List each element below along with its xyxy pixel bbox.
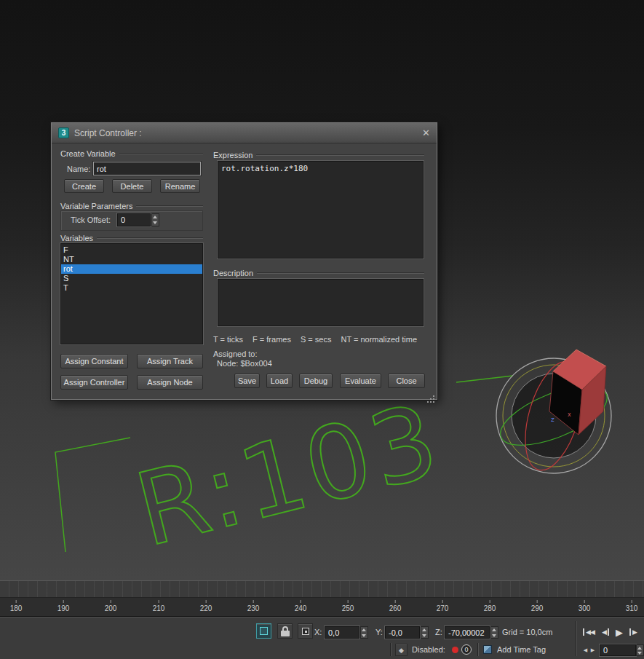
description-group: Description xyxy=(213,269,424,277)
spinner-down-icon[interactable] xyxy=(152,220,159,226)
y-spinner[interactable] xyxy=(421,626,429,639)
create-button[interactable]: Create xyxy=(64,179,104,193)
ruler-tick: 220 xyxy=(200,600,212,612)
arrow-right-icon[interactable]: ▶ xyxy=(589,645,596,655)
spinner-up-icon[interactable] xyxy=(421,627,428,633)
expression-editor[interactable]: rot.rotation.z*180 xyxy=(218,161,424,259)
script-controller-dialog: 3 Script Controller : ✕ Create Variable … xyxy=(51,122,437,400)
save-button[interactable]: Save xyxy=(234,374,260,388)
previous-frame-icon[interactable]: ◀ xyxy=(600,625,611,639)
dialog-body: Create Variable Name: Create Delete Rena… xyxy=(52,143,437,399)
next-frame-icon[interactable]: ▶ xyxy=(627,625,639,639)
spinner-down-icon[interactable] xyxy=(361,633,367,639)
ruler-tick: 290 xyxy=(531,600,544,612)
selection-region-glyph xyxy=(260,627,268,635)
frame-spinner[interactable] xyxy=(636,644,644,656)
spinner-up-icon[interactable] xyxy=(637,645,643,650)
padlock-icon xyxy=(281,626,290,636)
track-bar[interactable]: 180 190 200 210 220 230 240 250 260 270 … xyxy=(0,580,644,616)
variables-list[interactable]: F NT rot S T xyxy=(60,243,203,344)
assign-node-button[interactable]: Assign Node xyxy=(137,375,203,390)
ruler-tick: 250 xyxy=(342,600,354,612)
absolute-mode-icon[interactable] xyxy=(298,623,313,639)
assign-controller-button[interactable]: Assign Controller xyxy=(60,375,128,390)
x-spinner[interactable] xyxy=(360,626,368,639)
rotation-readout: R:103 xyxy=(125,382,451,569)
spinner-up-icon[interactable] xyxy=(491,627,498,633)
time-tag-cube-icon xyxy=(483,645,492,654)
resize-grip[interactable] xyxy=(426,389,434,397)
status-bar: X: Y: Z: Grid = 10,0cm ◀◀ ◀ ▶ ▶ ◆ Disabl… xyxy=(0,616,644,659)
key-count-badge[interactable]: 0 xyxy=(461,644,472,655)
close-button[interactable]: Close xyxy=(388,374,425,388)
max-logo-icon: 3 xyxy=(58,127,69,138)
x-coordinate-input[interactable] xyxy=(325,626,359,639)
play-icon[interactable]: ▶ xyxy=(613,625,626,639)
legend-ticks: T = ticks xyxy=(213,335,243,344)
y-label: Y: xyxy=(375,628,383,636)
variable-name-input[interactable] xyxy=(93,162,201,175)
selection-region-icon[interactable] xyxy=(256,623,271,639)
ruler-tick: 200 xyxy=(105,600,117,612)
create-variable-label: Create Variable xyxy=(60,149,116,158)
frame-number-input[interactable] xyxy=(600,644,636,656)
spinner-up-icon[interactable] xyxy=(152,214,159,220)
delete-button[interactable]: Delete xyxy=(112,179,152,193)
y-coordinate-input[interactable] xyxy=(385,626,420,639)
ruler-tick: 210 xyxy=(153,600,165,612)
variable-item[interactable]: F xyxy=(61,245,202,255)
dialog-titlebar[interactable]: 3 Script Controller : ✕ xyxy=(52,123,437,143)
add-time-tag[interactable]: Add Time Tag xyxy=(497,645,546,654)
variables-group: Variables xyxy=(60,234,203,242)
description-editor[interactable] xyxy=(218,279,424,326)
close-icon[interactable]: ✕ xyxy=(422,127,430,138)
ruler-tick: 270 xyxy=(437,600,449,612)
assigned-node: Node: $Box004 xyxy=(217,359,272,368)
time-ruler[interactable]: 180 190 200 210 220 230 240 250 260 270 … xyxy=(0,598,644,616)
evaluate-button[interactable]: Evaluate xyxy=(340,374,381,388)
ruler-tick: 310 xyxy=(626,600,638,612)
legend: T = ticks F = frames S = secs NT = norma… xyxy=(213,335,426,344)
tick-offset-spinner[interactable] xyxy=(151,213,159,226)
z-coordinate-input[interactable] xyxy=(445,626,490,639)
go-to-start-icon[interactable]: ◀◀ xyxy=(580,625,597,639)
arrow-left-icon[interactable]: ◀ xyxy=(582,645,589,655)
legend-frames: F = frames xyxy=(253,335,291,344)
assigned-to-label: Assigned to: xyxy=(213,350,258,358)
variable-parameters-group: Variable Parameters xyxy=(60,202,203,210)
divider xyxy=(576,621,576,656)
key-mode-icon[interactable]: ◆ xyxy=(395,644,408,656)
ruler-tick: 260 xyxy=(389,600,402,612)
tick-offset-input[interactable] xyxy=(117,213,151,226)
debug-button[interactable]: Debug xyxy=(299,374,333,388)
spinner-up-icon[interactable] xyxy=(361,627,367,633)
variable-item[interactable]: S xyxy=(61,274,202,283)
assign-track-button[interactable]: Assign Track xyxy=(137,354,203,368)
divider xyxy=(390,643,391,656)
variable-item[interactable]: T xyxy=(61,283,202,293)
rename-button[interactable]: Rename xyxy=(160,179,200,193)
legend-secs: S = secs xyxy=(301,335,332,344)
grid-size-label: Grid = 10,0cm xyxy=(502,628,552,636)
selection-lock-icon[interactable] xyxy=(277,623,293,639)
z-label: Z: xyxy=(435,628,442,636)
time-slider-strip[interactable] xyxy=(0,580,644,598)
ruler-tick: 240 xyxy=(295,600,307,612)
variable-item-selected[interactable]: rot xyxy=(61,264,202,274)
assign-constant-button[interactable]: Assign Constant xyxy=(60,354,128,368)
spinner-down-icon[interactable] xyxy=(491,633,498,639)
create-variable-group: Create Variable xyxy=(60,149,203,158)
spinner-down-icon[interactable] xyxy=(637,650,643,655)
ruler-tick: 300 xyxy=(579,600,591,612)
tick-offset-label: Tick Offset: xyxy=(71,216,111,224)
ruler-tick: 280 xyxy=(484,600,496,612)
expression-group: Expression xyxy=(213,151,424,159)
ruler-tick: 230 xyxy=(247,600,260,612)
divider xyxy=(477,643,478,656)
variable-item[interactable]: NT xyxy=(61,255,202,264)
disabled-label: Disabled: xyxy=(412,645,445,654)
spinner-down-icon[interactable] xyxy=(421,633,428,639)
z-axis-label: z xyxy=(551,416,554,423)
load-button[interactable]: Load xyxy=(266,374,293,388)
z-spinner[interactable] xyxy=(490,626,498,639)
